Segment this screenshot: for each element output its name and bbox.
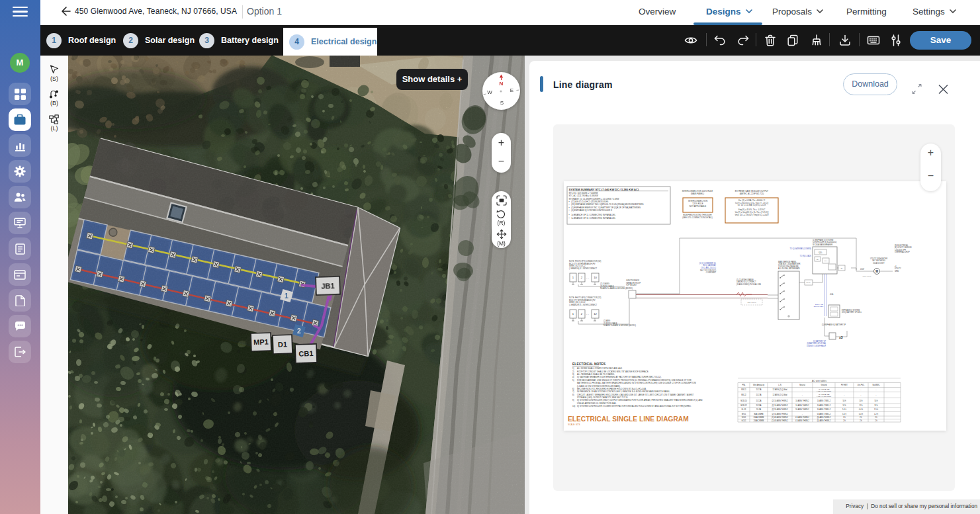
svg-text:15.17A: 15.17A	[756, 388, 761, 391]
svg-text:ENLIGHTEN: ENLIGHTEN	[814, 306, 824, 308]
svg-text:LANDED (X1) CONNECT: LANDED (X1) CONNECT	[736, 280, 756, 283]
svg-text:SYSTEM SUMMARY STC (7.040 KW D: SYSTEM SUMMARY STC (7.040 KW DC / 5.280 …	[569, 188, 639, 191]
svg-text:(SEE NOTE): (SEE NOTE)	[862, 275, 871, 277]
svg-text:• 1x BRANCH OF 11 CONNECTED: • 1x BRANCH OF 11 CONNECTED IN PARALLEL	[569, 217, 616, 220]
svg-text:2 ft: 2 ft	[843, 419, 846, 422]
svg-text:ALL-IN-ONE, METER MAIN: ALL-IN-ONE, METER MAIN	[778, 267, 799, 270]
svg-text:(ALT) #-6 CU 0.5FT: (ALT) #-6 CU 0.5FT	[817, 396, 831, 398]
svg-text:200A CKBRB: 200A CKBRB	[754, 419, 764, 422]
svg-text:MS-22: MS-22	[741, 394, 746, 396]
svg-text:12: 12	[594, 312, 597, 316]
svg-text:IQ SYSTEM CONTROLLER 3 COMES W: IQ SYSTEM CONTROLLER 3 COMES WITH FACTOR…	[577, 405, 691, 407]
svg-text:SC01: SC01	[742, 416, 746, 419]
svg-text:MC4 QTY WITHIN BRANCH (PV: MC4 QTY WITHIN BRANCH (PV	[569, 263, 596, 265]
svg-text:UL-31: UL-31	[741, 408, 746, 411]
svg-text:SCALE: NTS: SCALE: NTS	[568, 423, 580, 426]
svg-text:(2) 4/0 AWG THWN-2: (2) 4/0 AWG THWN-2	[772, 416, 788, 419]
svg-text:10 AWG T-NWL-2: 10 AWG T-NWL-2	[817, 400, 831, 402]
svg-text:TO IQ GATEWAY (COMMS): TO IQ GATEWAY (COMMS)	[789, 247, 811, 250]
svg-text:-: -	[802, 389, 803, 391]
svg-text:240V: 240V	[860, 268, 864, 271]
svg-text:3X IQ BATTERY 5P/CELL: 3X IQ BATTERY 5P/CELL	[842, 311, 862, 314]
svg-text:2 ft: 2 ft	[860, 416, 862, 419]
svg-text:GRID: GRID	[895, 270, 899, 273]
svg-text:(5) AWG THWN-2: (5) AWG THWN-2	[817, 416, 831, 419]
svg-text:(IQBATTERY-5P-1P-NA): (IQBATTERY-5P-1P-NA)	[807, 342, 826, 345]
svg-text:12 AWG (2) Q-Mod: 12 AWG (2) Q-Mod	[772, 388, 787, 391]
svg-text:-: -	[861, 389, 862, 391]
svg-text:(5) AWG THWN-2: (5) AWG THWN-2	[817, 419, 831, 422]
svg-text:M: M	[875, 270, 878, 273]
svg-text:- -: - -	[586, 276, 589, 279]
svg-text:10 AWG THWN-2: 10 AWG THWN-2	[795, 400, 809, 402]
svg-text:(2) 10 AWG THWN-2: (2) 10 AWG THWN-2	[772, 404, 788, 407]
svg-text:52 ft: 52 ft	[874, 404, 877, 407]
svg-text:-: -	[844, 394, 845, 396]
svg-text:90 AWG Cu BARE & GROUND (MICRO: 90 AWG Cu BARE & GROUND (MICRO)	[603, 324, 636, 327]
svg-text:9): 9)	[572, 399, 574, 402]
svg-text:15.17A: 15.17A	[756, 394, 761, 396]
svg-text:(2) AWG: (2) AWG	[603, 320, 610, 322]
svg-text:WIRE), (X2) Q-DC-2: WIRE), (X2) Q-DC-2	[569, 265, 586, 267]
svg-text:0.4 ft: 0.4 ft	[859, 408, 863, 411]
svg-text:200A CKBRB: 200A CKBRB	[754, 416, 764, 419]
svg-text:55 AWG THWN-2: 55 AWG THWN-2	[795, 408, 809, 411]
svg-text:1.5 ft: 1.5 ft	[874, 408, 878, 411]
svg-text:5.4 ft: 5.4 ft	[842, 408, 846, 411]
svg-text:0.4 ft: 0.4 ft	[859, 413, 863, 415]
svg-text:E: E	[510, 87, 513, 93]
svg-text:(2) 55 AWG THWN-2: (2) 55 AWG THWN-2	[772, 413, 788, 415]
svg-text:IQ8+: IQ8+	[819, 251, 823, 254]
svg-text:8): 8)	[572, 394, 574, 396]
svg-text:L-N: L-N	[778, 384, 781, 386]
svg-text:IQ BATTERY 5P: IQ BATTERY 5P	[813, 340, 826, 343]
svg-text:-: -	[802, 394, 803, 396]
svg-text:NOTE: PHOTO (PV) CONNECTOR (X2: NOTE: PHOTO (PV) CONNECTOR (X2)	[569, 296, 601, 299]
svg-text:-: -	[876, 394, 877, 396]
svg-text:52 ft: 52 ft	[842, 404, 846, 407]
svg-text:2 ft: 2 ft	[843, 416, 846, 419]
svg-text:(2) 10 AWG THWN-2: (2) 10 AWG THWN-2	[772, 400, 788, 402]
svg-text:Wire Ampacity: Wire Ampacity	[753, 384, 765, 386]
svg-text:40 A: 40 A	[830, 293, 833, 296]
svg-text:4.0 AWG THWN-2: 4.0 AWG THWN-2	[795, 416, 810, 419]
svg-text:PNL: PNL	[742, 384, 746, 386]
svg-text:Uni-PVC: Uni-PVC	[858, 384, 865, 386]
svg-text:3.84KW / 5.0KWH EACH: 3.84KW / 5.0KWH EACH	[807, 345, 826, 347]
svg-text:-: -	[861, 394, 862, 396]
svg-text:5): 5)	[572, 379, 574, 382]
svg-text:200A: 200A	[824, 260, 828, 261]
svg-text:W: W	[487, 89, 492, 95]
svg-text:• (1) ENPHASE IQ SYSTEM CONT: • (1) ENPHASE IQ SYSTEM CONTROLLER 3	[569, 209, 613, 212]
svg-text:N: N	[500, 81, 504, 87]
svg-text:OVERHEAD DROP: OVERHEAD DROP	[895, 251, 910, 253]
svg-text:(1 BRANCH) X 1 INTERCONNECT: (1 BRANCH) X 1 INTERCONNECT	[569, 304, 598, 306]
svg-text:(1 BRANCH) X 1 INTERCONNECT: (1 BRANCH) X 1 INTERCONNECT	[569, 267, 598, 270]
svg-text:(AMTEC AC-220P-M2-725): (AMTEC AC-220P-M2-725)	[740, 193, 764, 195]
svg-text:2 ft: 2 ft	[875, 416, 877, 419]
svg-text:WIRE), (X2) Q-DC-2: WIRE), (X2) Q-DC-2	[569, 301, 586, 304]
svg-text:Isc: 14 C = 0.39A, Isc(STC) =: Isc: 14 C = 0.39A, Isc(STC) = 0.29	[738, 204, 766, 206]
svg-text:ELECTRICAL NOTES: ELECTRICAL NOTES	[572, 362, 606, 366]
svg-text:W/ 200A MAIN BREAKER: W/ 200A MAIN BREAKER	[813, 243, 832, 246]
svg-text:MCB-12: MCB-12	[740, 404, 747, 407]
svg-text:12 AWG (2) Q-Mod: 12 AWG (2) Q-Mod	[772, 394, 787, 396]
svg-text:- -: - -	[586, 312, 589, 316]
svg-text:(2) PV(D) CABLE: (2) PV(D) CABLE	[600, 285, 614, 288]
svg-text:AC wire tables: AC wire tables	[812, 380, 826, 382]
svg-text:MCB-10: MCB-10	[740, 400, 747, 402]
svg-text:2 ft: 2 ft	[860, 419, 862, 422]
svg-text:90 AWG Cu BARE & GROUND (MICRO: 90 AWG Cu BARE & GROUND (MICRO)	[600, 287, 633, 290]
svg-text:1.2 ft: 1.2 ft	[874, 413, 878, 415]
svg-text:(2) 4/0 AWG THWN-2: (2) 4/0 AWG THWN-2	[772, 419, 788, 422]
svg-text:• 1x BRANCH OF 11 CONNECTED: • 1x BRANCH OF 11 CONNECTED IN PARALLEL	[569, 214, 616, 216]
svg-text:TO (N) LOADS: TO (N) LOADS	[800, 255, 812, 257]
svg-text:NOT APPLICABLE: NOT APPLICABLE	[690, 205, 706, 208]
svg-text:No-MWC: No-MWC	[872, 384, 879, 386]
svg-text:(SEE UTIL CONNECTION DETAIL): (SEE UTIL CONNECTION DETAIL)	[682, 216, 713, 219]
svg-text:15.18A: 15.18A	[756, 404, 761, 407]
svg-text:PV EMT: PV EMT	[841, 384, 848, 386]
svg-text:2P: 2P	[841, 267, 843, 269]
svg-text:Neutral: Neutral	[799, 384, 805, 386]
svg-text:12 ft: 12 ft	[859, 404, 862, 407]
